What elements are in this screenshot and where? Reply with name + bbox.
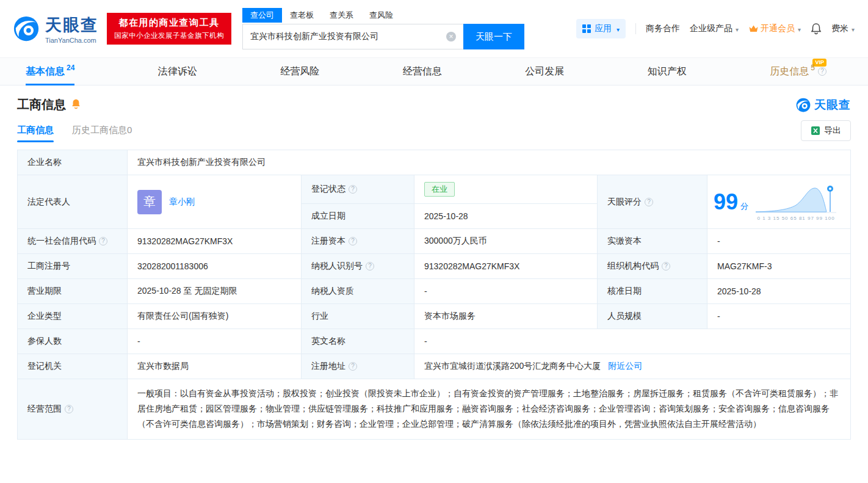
- subscribe-bell-icon[interactable]: [71, 98, 81, 112]
- help-icon[interactable]: [349, 362, 357, 371]
- subtab-business-info[interactable]: 工商信息: [17, 125, 54, 142]
- table-row: 登记机关 宜兴市数据局 注册地址 宜兴市宜城街道洑溪路200号汇龙商务中心大厦附…: [18, 354, 851, 379]
- label-org-code: 组织机构代码: [598, 254, 707, 279]
- promo-banner: 都在用的商业查询工具 国家中小企业发展子基金旗下机构: [107, 13, 231, 45]
- legal-rep-avatar[interactable]: 章: [137, 190, 162, 214]
- value-org-code: MAG27KMF-3: [707, 254, 851, 279]
- tab-label: 历史信息: [770, 65, 809, 78]
- help-icon[interactable]: [818, 67, 826, 76]
- subtab-history-business-info[interactable]: 历史工商信息0: [72, 125, 132, 142]
- label-text: 登记状态: [311, 184, 345, 195]
- value-establish-date: 2025-10-28: [414, 204, 598, 229]
- user-menu[interactable]: 费米: [831, 23, 855, 34]
- chevron-down-icon: [850, 24, 855, 34]
- search-tab-risk[interactable]: 查风险: [361, 8, 401, 23]
- value-business-term: 2025-10-28 至 无固定期限: [128, 279, 302, 304]
- table-row: 工商注册号 320282001183006 纳税人识别号 91320282MAG…: [18, 254, 851, 279]
- tianyancha-logo-icon: [795, 97, 811, 113]
- apps-menu[interactable]: 应用: [576, 19, 626, 38]
- tab-company-development[interactable]: 公司发展: [525, 58, 564, 85]
- tab-label: 公司发展: [525, 65, 564, 78]
- label-reg-address: 注册地址: [302, 354, 414, 379]
- help-icon[interactable]: [366, 262, 374, 271]
- clear-icon[interactable]: [446, 32, 456, 42]
- label-reg-capital: 注册资本: [302, 229, 414, 254]
- label-text: 天眼评分: [607, 197, 642, 208]
- label-text: 经营范围: [27, 404, 62, 415]
- help-icon[interactable]: [65, 405, 73, 413]
- tianyancha-logo[interactable]: 天眼查 TianYanCha.com: [12, 14, 98, 44]
- score-unit: 分: [740, 201, 748, 212]
- label-legal-rep: 法定代表人: [18, 175, 128, 229]
- label-insured-count: 参保人数: [18, 329, 128, 354]
- score-number: 99: [714, 189, 738, 215]
- value-taxpayer-id: 91320282MAG27KMF3X: [414, 254, 598, 279]
- value-english-name: -: [414, 329, 851, 354]
- value-business-scope: 一般项目：以自有资金从事投资活动；股权投资；创业投资（限投资未上市企业）；自有资…: [128, 379, 851, 440]
- help-icon[interactable]: [645, 198, 653, 206]
- label-text: 注册资本: [311, 236, 345, 247]
- value-reg-address: 宜兴市宜城街道洑溪路200号汇龙商务中心大厦附近公司: [414, 354, 851, 379]
- tab-label: 法律诉讼: [158, 65, 197, 78]
- nearby-companies-link[interactable]: 附近公司: [608, 361, 642, 371]
- status-badge: 在业: [424, 182, 455, 197]
- company-nav-tabs: 基本信息 24 法律诉讼 经营风险 经营信息 公司发展 知识产权 VIP 历史信…: [0, 57, 868, 85]
- tab-count: 24: [67, 64, 74, 72]
- top-header: 天眼查 TianYanCha.com 都在用的商业查询工具 国家中小企业发展子基…: [0, 0, 868, 57]
- search-input[interactable]: [242, 24, 463, 49]
- promo-line2: 国家中小企业发展子基金旗下机构: [114, 31, 224, 40]
- help-icon[interactable]: [662, 262, 670, 271]
- tab-business-risk[interactable]: 经营风险: [280, 58, 319, 85]
- value-reg-status: 在业: [414, 175, 598, 204]
- tab-history-info[interactable]: VIP 历史信息 5: [770, 58, 830, 85]
- value-approval-date: 2025-10-28: [707, 279, 851, 304]
- label-credit-code: 统一社会信用代码: [18, 229, 128, 254]
- label-english-name: 英文名称: [302, 329, 414, 354]
- export-label: 导出: [824, 125, 841, 136]
- label-text: 注册地址: [311, 361, 345, 372]
- table-row: 企业名称 宜兴市科技创新产业投资有限公司: [18, 150, 851, 175]
- table-row: 法定代表人 章 章小刚 登记状态 在业 天眼评分 99 分: [18, 175, 851, 204]
- brand-name: 天眼查: [45, 14, 98, 36]
- table-row: 统一社会信用代码 91320282MAG27KMF3X 注册资本 300000万…: [18, 229, 851, 254]
- watermark-brand-name: 天眼查: [814, 97, 851, 113]
- tab-label: 基本信息: [26, 65, 65, 78]
- search-tab-company[interactable]: 查公司: [242, 8, 282, 23]
- chevron-down-icon: [797, 24, 801, 34]
- label-industry: 行业: [302, 304, 414, 329]
- tab-basic-info[interactable]: 基本信息 24: [26, 58, 74, 85]
- section-title: 工商信息: [17, 96, 66, 113]
- notification-bell-icon[interactable]: [811, 23, 822, 35]
- label-text: 统一社会信用代码: [27, 236, 96, 247]
- label-company-type: 企业类型: [18, 304, 128, 329]
- username: 费米: [831, 23, 848, 34]
- label-paid-capital: 实缴资本: [598, 229, 707, 254]
- search-button[interactable]: 天眼一下: [463, 24, 524, 49]
- tab-legal-proceedings[interactable]: 法律诉讼: [158, 58, 197, 85]
- label-reg-status: 登记状态: [302, 175, 414, 204]
- table-row: 营业期限 2025-10-28 至 无固定期限 纳税人资质 - 核准日期 202…: [18, 279, 851, 304]
- tab-intellectual-property[interactable]: 知识产权: [648, 58, 687, 85]
- search-tab-relation[interactable]: 查关系: [322, 8, 361, 23]
- tab-business-info[interactable]: 经营信息: [403, 58, 442, 85]
- value-insured-count: -: [128, 329, 302, 354]
- tab-label: 知识产权: [648, 65, 687, 78]
- vip-upgrade-link[interactable]: 开通会员: [748, 23, 801, 34]
- label-staff-size: 人员规模: [598, 304, 707, 329]
- biz-cooperation-link[interactable]: 商务合作: [646, 23, 680, 34]
- export-button[interactable]: 导出: [801, 120, 851, 141]
- help-icon[interactable]: [99, 237, 107, 245]
- tianyancha-watermark: 天眼查: [795, 97, 851, 113]
- business-info-table: 企业名称 宜兴市科技创新产业投资有限公司 法定代表人 章 章小刚 登记状态 在业…: [17, 150, 851, 440]
- tab-count: 5: [811, 64, 815, 72]
- search-tab-boss[interactable]: 查老板: [282, 8, 322, 23]
- score-axis-ticks: 0 1 3 15 50 65 81 97 99 100: [758, 216, 835, 221]
- help-icon[interactable]: [349, 237, 357, 245]
- vip-upgrade-label: 开通会员: [761, 23, 795, 34]
- excel-icon: [811, 126, 820, 136]
- enterprise-products-menu[interactable]: 企业级产品: [690, 23, 739, 34]
- legal-rep-link[interactable]: 章小刚: [169, 197, 195, 208]
- label-business-scope: 经营范围: [18, 379, 128, 440]
- help-icon[interactable]: [349, 185, 357, 194]
- divider: [635, 23, 636, 34]
